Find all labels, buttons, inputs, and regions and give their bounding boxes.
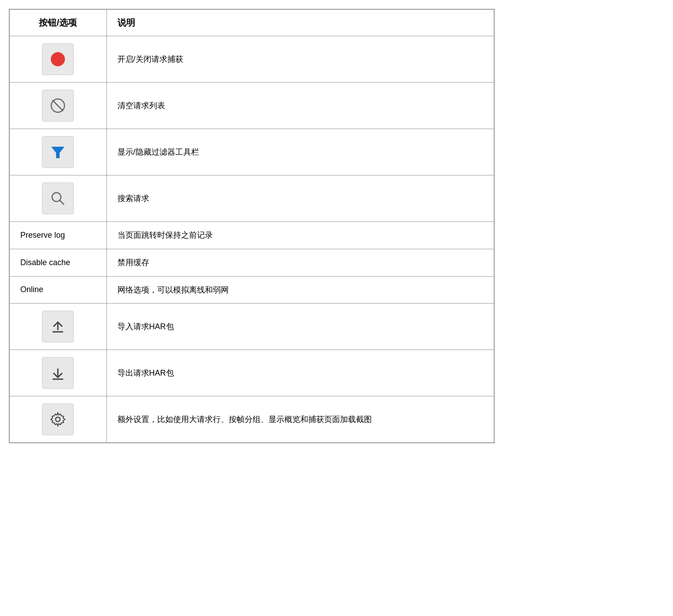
gear-icon — [42, 403, 74, 435]
svg-point-10 — [56, 417, 60, 422]
disable-cache-description: 禁用缓存 — [117, 258, 149, 267]
import-har-description: 导入请求HAR包 — [117, 322, 174, 331]
svg-line-5 — [60, 200, 64, 205]
filter-icon — [42, 136, 74, 168]
reference-table: 按钮/选项 说明 开启/关闭请求捕获 清空请求列表 显示/隐藏过滤器工具栏 搜索… — [9, 9, 495, 443]
table-row: Preserve log当页面跳转时保持之前记录 — [9, 222, 494, 249]
upload-icon — [42, 311, 74, 342]
svg-point-0 — [51, 52, 65, 66]
settings-description: 额外设置，比如使用大请求行、按帧分组、显示概览和捕获页面加载截图 — [117, 415, 372, 424]
preserve-log-label: Preserve log — [20, 231, 65, 240]
clear-description: 清空请求列表 — [117, 101, 165, 110]
table-row: 开启/关闭请求捕获 — [9, 36, 494, 83]
download-icon — [42, 357, 74, 389]
header-col2: 说明 — [106, 9, 494, 36]
disable-cache-label: Disable cache — [20, 258, 70, 267]
table-row: 导出请求HAR包 — [9, 350, 494, 396]
header-col1: 按钮/选项 — [9, 9, 106, 36]
table-row: Online网络选项，可以模拟离线和弱网 — [9, 276, 494, 304]
svg-line-2 — [53, 100, 63, 111]
table-row: 搜索请求 — [9, 175, 494, 222]
table-row: 额外设置，比如使用大请求行、按帧分组、显示概览和捕获页面加载截图 — [9, 396, 494, 443]
record-description: 开启/关闭请求捕获 — [117, 55, 183, 64]
online-description: 网络选项，可以模拟离线和弱网 — [117, 285, 229, 294]
search-description: 搜索请求 — [117, 194, 149, 203]
search-icon — [42, 183, 74, 214]
record-icon — [42, 43, 74, 75]
clear-icon — [42, 90, 74, 122]
table-row: 清空请求列表 — [9, 83, 494, 129]
export-har-description: 导出请求HAR包 — [117, 369, 174, 377]
filter-description: 显示/隐藏过滤器工具栏 — [117, 148, 199, 156]
preserve-log-description: 当页面跳转时保持之前记录 — [117, 231, 213, 240]
table-row: 导入请求HAR包 — [9, 304, 494, 350]
table-row: Disable cache禁用缓存 — [9, 249, 494, 276]
svg-marker-3 — [51, 147, 64, 158]
table-row: 显示/隐藏过滤器工具栏 — [9, 129, 494, 175]
online-label: Online — [20, 285, 43, 294]
